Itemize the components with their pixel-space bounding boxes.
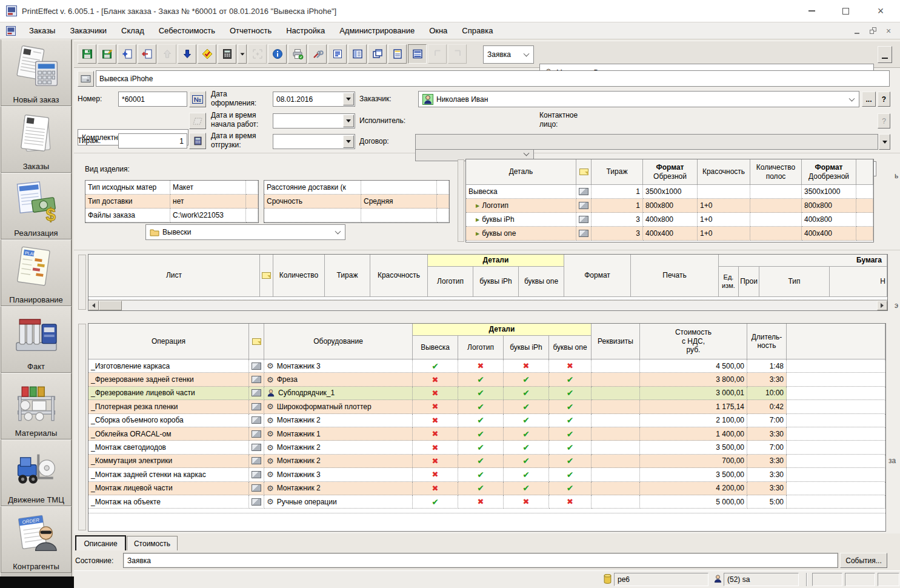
operation-detail-mark[interactable]: ✔ bbox=[549, 482, 592, 495]
operation-row[interactable]: _Коммутация электрики⚙Монтажник 2✖✔✔✔700… bbox=[88, 455, 885, 468]
scroll-thumb[interactable] bbox=[99, 301, 122, 310]
menu-item-costing[interactable]: Себестоимость bbox=[152, 26, 222, 35]
operation-detail-mark[interactable]: ✖ bbox=[413, 455, 458, 468]
operation-detail-mark[interactable]: ✖ bbox=[504, 359, 549, 373]
operation-row[interactable]: _Плотерная резка пленки⚙Широкоформатный … bbox=[88, 400, 885, 413]
param-row[interactable]: Расстояние доставки (к bbox=[264, 181, 449, 195]
sidebar-item-sales[interactable]: $Реализация bbox=[1, 173, 72, 239]
save-as-button[interactable] bbox=[98, 44, 116, 64]
sidebar-item-contractors[interactable]: ORDERКонтрагенты bbox=[1, 506, 72, 573]
details-scrollbar[interactable] bbox=[458, 159, 464, 242]
sheets-header-prod[interactable]: Прои bbox=[739, 267, 759, 297]
operation-detail-mark[interactable]: ✖ bbox=[413, 373, 458, 386]
sheets-header-type[interactable]: Тип bbox=[759, 267, 830, 297]
customer-combo[interactable]: Николаев Иван bbox=[418, 91, 859, 107]
calc-dropdown-button[interactable] bbox=[238, 44, 247, 64]
operation-detail-mark[interactable]: ✖ bbox=[504, 495, 549, 509]
operation-note-cell[interactable] bbox=[249, 455, 264, 468]
operation-detail-mark[interactable]: ✔ bbox=[504, 387, 549, 400]
operation-detail-mark[interactable]: ✔ bbox=[504, 468, 549, 481]
move-down-button[interactable] bbox=[178, 44, 196, 64]
check-order-button[interactable] bbox=[198, 44, 216, 64]
operation-note-cell[interactable] bbox=[249, 468, 264, 481]
operation-row[interactable]: _Монтаж на объекте⚙Ручные операции✔✖✖✖5 … bbox=[88, 495, 885, 509]
view-list-button[interactable] bbox=[388, 44, 407, 64]
operations-scrollbar[interactable] bbox=[78, 324, 86, 530]
operation-row[interactable]: _Монтаж светодиодов⚙Монтажник 2✖✔✔✔3 500… bbox=[88, 441, 885, 454]
menu-item-help[interactable]: Справка bbox=[455, 26, 500, 35]
sidebar-item-materials[interactable]: Материалы bbox=[1, 373, 72, 439]
detail-note-cell[interactable] bbox=[576, 185, 592, 199]
view-detail-button[interactable] bbox=[408, 44, 427, 64]
operations-header-operation[interactable]: Операция bbox=[88, 324, 249, 359]
menu-item-reports[interactable]: Отчетность bbox=[222, 26, 279, 35]
remove-detail-button[interactable] bbox=[138, 44, 156, 64]
sidebar-item-fact[interactable]: Факт bbox=[1, 306, 72, 373]
minimize-button[interactable] bbox=[798, 0, 825, 22]
date-ship-dropdown-button[interactable] bbox=[343, 135, 354, 148]
sheets-header-detail-logo[interactable]: Логотип bbox=[428, 267, 473, 297]
operation-detail-mark[interactable]: ✖ bbox=[549, 495, 592, 509]
param-row[interactable]: СрочностьСредняя bbox=[264, 195, 449, 209]
operation-detail-mark[interactable]: ✔ bbox=[458, 373, 504, 386]
detail-row[interactable]: Вывеска13500x10003500x1000 bbox=[466, 185, 873, 199]
sheets-header-note[interactable] bbox=[260, 255, 273, 297]
details-header-format-cut[interactable]: ФорматОбрезной bbox=[643, 159, 698, 185]
mdi-restore-button[interactable] bbox=[866, 25, 879, 36]
operation-detail-mark[interactable]: ✔ bbox=[458, 427, 504, 441]
info-button[interactable] bbox=[268, 44, 287, 64]
sheets-header-paper-group[interactable]: Бумага bbox=[719, 255, 887, 267]
param-value[interactable]: Средняя bbox=[361, 195, 437, 209]
menu-item-administration[interactable]: Администрирование bbox=[332, 26, 422, 35]
param-value[interactable]: нет bbox=[170, 195, 246, 209]
operation-detail-mark[interactable]: ✖ bbox=[413, 400, 458, 413]
operation-detail-mark[interactable]: ✖ bbox=[458, 359, 504, 373]
operation-detail-mark[interactable]: ✔ bbox=[549, 455, 592, 468]
operation-detail-mark[interactable]: ✔ bbox=[504, 482, 549, 495]
operations-header-logo[interactable]: Логотип bbox=[458, 336, 504, 359]
operation-row[interactable]: _Монтаж задней стенки на каркас⚙Монтажни… bbox=[88, 468, 885, 481]
number-input[interactable]: *60001 bbox=[118, 92, 187, 107]
tools-button[interactable] bbox=[308, 44, 327, 64]
operation-detail-mark[interactable]: ✔ bbox=[549, 468, 592, 481]
param-value[interactable]: Макет bbox=[170, 181, 246, 195]
menu-item-settings[interactable]: Настройка bbox=[279, 26, 332, 35]
operation-row[interactable]: _Фрезерование задней стенки⚙Фреза✖✔✔✔3 8… bbox=[88, 373, 885, 386]
scroll-track[interactable] bbox=[122, 301, 877, 310]
operation-detail-mark[interactable]: ✔ bbox=[458, 482, 504, 495]
operation-detail-mark[interactable]: ✔ bbox=[458, 414, 504, 427]
sheets-header-qty[interactable]: Количество bbox=[273, 255, 325, 297]
sidebar-item-goods-movement[interactable]: Движение ТМЦ bbox=[1, 439, 72, 506]
param-row[interactable]: Файлы заказаC:\work\221053 bbox=[85, 209, 258, 222]
operation-detail-mark[interactable]: ✔ bbox=[458, 455, 504, 468]
tab-cost[interactable]: Стоимость bbox=[127, 536, 178, 550]
operation-detail-mark[interactable]: ✔ bbox=[458, 400, 504, 413]
operation-note-cell[interactable] bbox=[249, 359, 264, 373]
operations-header-iph[interactable]: буквы iPh bbox=[504, 336, 549, 359]
customer-help-button[interactable]: ? bbox=[878, 92, 890, 107]
sheets-header-tirazh[interactable]: Тираж bbox=[325, 255, 370, 297]
operation-note-cell[interactable] bbox=[249, 387, 264, 400]
operation-detail-mark[interactable]: ✖ bbox=[413, 468, 458, 481]
close-button[interactable]: × bbox=[867, 0, 895, 22]
calculator-button[interactable] bbox=[218, 44, 236, 64]
operation-detail-mark[interactable]: ✔ bbox=[549, 441, 592, 454]
sheets-header-n[interactable]: Н bbox=[830, 267, 887, 297]
detail-row[interactable]: ▶Логотип1800x8001+0800x800 bbox=[466, 199, 873, 213]
sheets-header-detail-one[interactable]: буквы one bbox=[519, 267, 564, 297]
param-value[interactable]: C:\work\221053 bbox=[170, 209, 246, 222]
sheets-header-sheet[interactable]: Лист bbox=[88, 255, 260, 297]
mdi-minimize-button[interactable] bbox=[850, 25, 864, 36]
view-cascade-button[interactable] bbox=[368, 44, 387, 64]
param-value[interactable] bbox=[361, 181, 437, 195]
param-row[interactable] bbox=[264, 209, 449, 222]
param-row[interactable]: Тип исходных матерМакет bbox=[85, 181, 258, 195]
param-value[interactable] bbox=[361, 209, 437, 222]
operation-detail-mark[interactable]: ✔ bbox=[458, 441, 504, 454]
events-button[interactable]: События... bbox=[840, 553, 887, 568]
param-row[interactable]: Тип доставкинет bbox=[85, 195, 258, 209]
details-header-detail[interactable]: Деталь bbox=[466, 159, 576, 185]
operations-header-duration[interactable]: Длитель- ность bbox=[747, 324, 787, 359]
sheets-header-color[interactable]: Красочность bbox=[370, 255, 428, 297]
operation-detail-mark[interactable]: ✖ bbox=[413, 441, 458, 454]
